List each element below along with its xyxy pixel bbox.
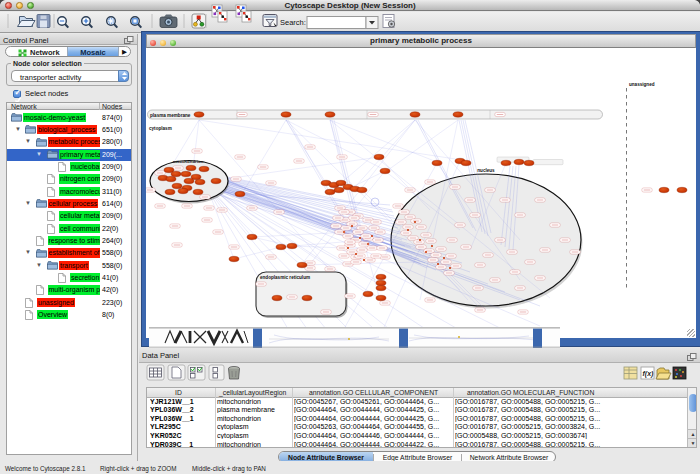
svg-text:Search:: Search: xyxy=(280,18,306,27)
svg-text:mitochondrion: mitochondrion xyxy=(173,159,204,164)
svg-text:endoplasmic reticulum: endoplasmic reticulum xyxy=(260,275,310,280)
svg-text:unassigned: unassigned xyxy=(629,82,655,87)
svg-text:f(x): f(x) xyxy=(643,370,655,378)
svg-text:cytoplasm: cytoplasm xyxy=(149,126,172,131)
svg-text:nucleus: nucleus xyxy=(477,168,495,173)
svg-text:plasma membrane: plasma membrane xyxy=(150,113,191,118)
